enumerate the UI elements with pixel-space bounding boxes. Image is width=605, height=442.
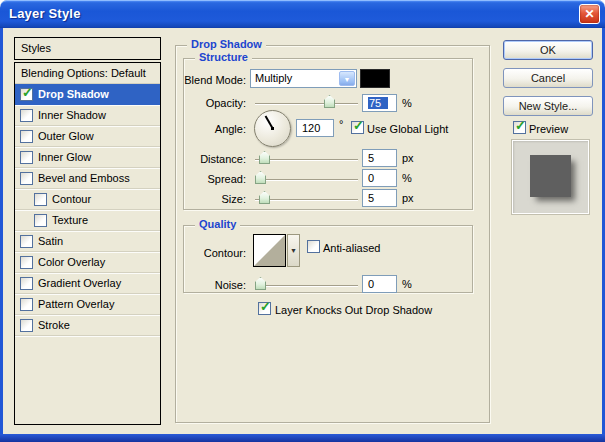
sidebar-item-label: Texture (52, 214, 88, 226)
sidebar-item-label: Inner Glow (38, 151, 91, 163)
checkbox-icon[interactable] (20, 298, 33, 311)
contour-label: Contour: (178, 247, 246, 259)
styles-header: Styles (14, 37, 161, 60)
angle-label: Angle: (178, 123, 246, 135)
distance-slider-track[interactable] (255, 159, 358, 161)
spread-slider-thumb[interactable] (255, 171, 266, 184)
window-border-left (0, 28, 3, 442)
sidebar-item-label: Outer Glow (38, 130, 94, 142)
anti-aliased-checkbox[interactable] (307, 240, 320, 253)
blend-mode-value: Multiply (255, 72, 292, 84)
spread-unit: % (402, 172, 412, 184)
distance-slider-thumb[interactable] (259, 151, 270, 164)
angle-field[interactable]: 120 (296, 119, 334, 137)
size-label: Size: (178, 193, 246, 205)
layer-knocks-out-checkbox[interactable] (258, 302, 271, 315)
sidebar-item-label: Stroke (38, 319, 70, 331)
ok-button[interactable]: OK (503, 40, 593, 60)
sidebar-item-pattern-overlay[interactable]: Pattern Overlay (15, 294, 160, 315)
spread-label: Spread: (178, 173, 246, 185)
opacity-unit: % (402, 97, 412, 109)
anti-aliased-label: Anti-aliased (323, 242, 380, 254)
contour-dropdown-icon[interactable]: ▼ (287, 234, 300, 267)
size-slider[interactable] (255, 190, 358, 204)
noise-label: Noise: (178, 279, 246, 291)
sidebar-item-label: Drop Shadow (38, 88, 109, 100)
layer-style-dialog: Layer Style ✕ Styles Blending Options: D… (0, 0, 605, 442)
blend-mode-label: Blend Mode: (178, 74, 246, 86)
sidebar-item-label: Color Overlay (38, 256, 105, 268)
checkbox-icon[interactable] (20, 151, 33, 164)
size-field[interactable]: 5 (362, 189, 397, 207)
checkbox-icon[interactable] (20, 277, 33, 290)
checkbox-icon[interactable] (20, 256, 33, 269)
distance-value: 5 (368, 152, 374, 164)
distance-unit: px (402, 152, 414, 164)
sidebar-item-inner-glow[interactable]: Inner Glow (15, 147, 160, 168)
sidebar-item-blending-options-default[interactable]: Blending Options: Default (15, 63, 160, 84)
checkbox-icon[interactable] (20, 319, 33, 332)
layer-knocks-out-label: Layer Knocks Out Drop Shadow (275, 304, 432, 316)
blend-mode-select[interactable]: Multiply ▼ (250, 69, 357, 88)
shadow-color-swatch[interactable] (360, 69, 390, 88)
chevron-down-icon[interactable]: ▼ (339, 71, 355, 86)
drop-shadow-group-title: Drop Shadow (187, 38, 266, 50)
new-style-button[interactable]: New Style... (503, 96, 593, 116)
sidebar-item-stroke[interactable]: Stroke (15, 315, 160, 336)
spread-field[interactable]: 0 (362, 169, 397, 187)
checkbox-icon[interactable] (20, 109, 33, 122)
size-slider-track[interactable] (255, 199, 358, 201)
preview-checkbox[interactable] (513, 121, 526, 134)
window-title: Layer Style (9, 6, 81, 21)
noise-unit: % (402, 278, 412, 290)
spread-slider-track[interactable] (255, 179, 358, 181)
sidebar-item-drop-shadow[interactable]: Drop Shadow (15, 84, 160, 105)
sidebar-item-color-overlay[interactable]: Color Overlay (15, 252, 160, 273)
checkbox-icon[interactable] (20, 172, 33, 185)
sidebar-item-label: Satin (38, 235, 63, 247)
sidebar-item-texture[interactable]: Texture (15, 210, 160, 231)
checkbox-icon[interactable] (34, 193, 47, 206)
sidebar-item-bevel-and-emboss[interactable]: Bevel and Emboss (15, 168, 160, 189)
title-bar[interactable]: Layer Style ✕ (0, 0, 605, 28)
noise-slider-track[interactable] (255, 285, 358, 287)
contour-thumbnail[interactable] (253, 234, 286, 267)
opacity-field[interactable]: 75 (362, 94, 397, 112)
sidebar-item-satin[interactable]: Satin (15, 231, 160, 252)
sidebar-item-outer-glow[interactable]: Outer Glow (15, 126, 160, 147)
noise-slider-thumb[interactable] (255, 277, 266, 290)
cancel-button[interactable]: Cancel (503, 68, 593, 88)
sidebar-item-inner-shadow[interactable]: Inner Shadow (15, 105, 160, 126)
quality-group-title: Quality (195, 218, 240, 230)
opacity-label: Opacity: (178, 97, 246, 109)
linear-contour-icon (254, 235, 285, 266)
distance-slider[interactable] (255, 150, 358, 164)
noise-value: 0 (368, 278, 374, 290)
checkbox-icon[interactable] (20, 88, 33, 101)
opacity-slider-thumb[interactable] (324, 95, 335, 108)
use-global-light-checkbox[interactable] (351, 121, 364, 134)
size-unit: px (402, 192, 414, 204)
styles-list: Blending Options: DefaultDrop ShadowInne… (14, 62, 161, 425)
sidebar-item-contour[interactable]: Contour (15, 189, 160, 210)
angle-hub (271, 127, 274, 130)
checkbox-icon[interactable] (20, 130, 33, 143)
opacity-slider[interactable] (255, 94, 358, 108)
opacity-slider-track[interactable] (255, 103, 358, 105)
sidebar-item-label: Contour (52, 193, 91, 205)
preview-panel (512, 140, 589, 214)
sidebar-item-label: Gradient Overlay (38, 277, 121, 289)
size-slider-thumb[interactable] (259, 191, 270, 204)
distance-field[interactable]: 5 (362, 149, 397, 167)
spread-value: 0 (368, 172, 374, 184)
angle-unit: ° (339, 118, 343, 130)
spread-slider[interactable] (255, 170, 358, 184)
checkbox-icon[interactable] (34, 214, 47, 227)
noise-field[interactable]: 0 (362, 275, 397, 293)
checkbox-icon[interactable] (20, 235, 33, 248)
angle-dial[interactable] (254, 110, 291, 147)
sidebar-item-gradient-overlay[interactable]: Gradient Overlay (15, 273, 160, 294)
close-icon[interactable]: ✕ (579, 4, 600, 24)
noise-slider[interactable] (255, 276, 358, 290)
window-border-bottom (0, 434, 605, 442)
